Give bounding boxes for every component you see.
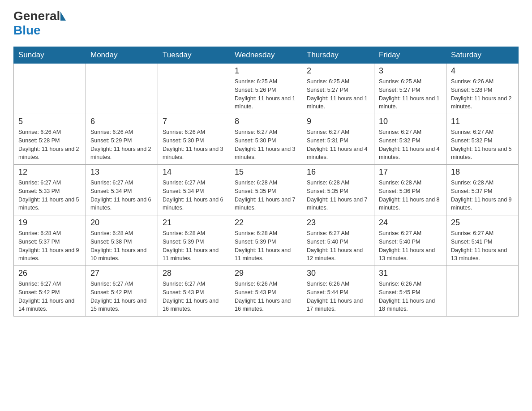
day-number: 14 <box>163 167 225 177</box>
day-info: Sunrise: 6:28 AM Sunset: 5:37 PM Dayligh… <box>451 179 514 212</box>
day-number: 11 <box>451 117 514 126</box>
calendar-cell: 20Sunrise: 6:28 AM Sunset: 5:38 PM Dayli… <box>86 215 158 266</box>
day-number: 22 <box>235 218 297 227</box>
weekday-header-thursday: Thursday <box>302 47 374 64</box>
calendar-table: SundayMondayTuesdayWednesdayThursdayFrid… <box>13 47 519 317</box>
logo-general: General <box>13 9 60 23</box>
calendar-cell: 23Sunrise: 6:27 AM Sunset: 5:40 PM Dayli… <box>302 215 374 266</box>
day-info: Sunrise: 6:25 AM Sunset: 5:26 PM Dayligh… <box>235 77 297 111</box>
calendar-cell: 16Sunrise: 6:28 AM Sunset: 5:35 PM Dayli… <box>302 165 374 215</box>
day-number: 12 <box>18 167 81 177</box>
weekday-header-tuesday: Tuesday <box>158 47 230 64</box>
day-number: 6 <box>90 117 153 126</box>
day-info: Sunrise: 6:27 AM Sunset: 5:34 PM Dayligh… <box>163 179 225 212</box>
calendar-cell: 11Sunrise: 6:27 AM Sunset: 5:32 PM Dayli… <box>446 114 519 165</box>
day-number: 30 <box>307 269 369 278</box>
calendar-cell: 29Sunrise: 6:26 AM Sunset: 5:43 PM Dayli… <box>230 266 302 317</box>
page-header: General Blue <box>13 9 519 38</box>
day-number: 3 <box>379 66 442 76</box>
calendar-cell: 1Sunrise: 6:25 AM Sunset: 5:26 PM Daylig… <box>230 64 302 114</box>
day-info: Sunrise: 6:27 AM Sunset: 5:40 PM Dayligh… <box>307 229 369 263</box>
day-info: Sunrise: 6:26 AM Sunset: 5:43 PM Dayligh… <box>235 280 297 313</box>
day-info: Sunrise: 6:27 AM Sunset: 5:40 PM Dayligh… <box>379 229 442 263</box>
calendar-week-row: 1Sunrise: 6:25 AM Sunset: 5:26 PM Daylig… <box>14 64 519 114</box>
day-number: 15 <box>235 167 297 177</box>
weekday-header-friday: Friday <box>374 47 446 64</box>
calendar-cell: 30Sunrise: 6:26 AM Sunset: 5:44 PM Dayli… <box>302 266 374 317</box>
calendar-cell <box>158 64 230 114</box>
calendar-cell: 8Sunrise: 6:27 AM Sunset: 5:30 PM Daylig… <box>230 114 302 165</box>
day-number: 23 <box>307 218 369 227</box>
day-info: Sunrise: 6:27 AM Sunset: 5:32 PM Dayligh… <box>379 128 442 162</box>
weekday-header-wednesday: Wednesday <box>230 47 302 64</box>
day-number: 7 <box>163 117 225 126</box>
day-number: 21 <box>163 218 225 227</box>
day-number: 20 <box>90 218 153 227</box>
calendar-cell: 24Sunrise: 6:27 AM Sunset: 5:40 PM Dayli… <box>374 215 446 266</box>
day-info: Sunrise: 6:27 AM Sunset: 5:42 PM Dayligh… <box>90 280 153 313</box>
day-number: 2 <box>307 66 369 76</box>
day-number: 31 <box>379 269 442 278</box>
calendar-cell <box>14 64 86 114</box>
calendar-cell: 9Sunrise: 6:27 AM Sunset: 5:31 PM Daylig… <box>302 114 374 165</box>
calendar-cell: 10Sunrise: 6:27 AM Sunset: 5:32 PM Dayli… <box>374 114 446 165</box>
day-info: Sunrise: 6:26 AM Sunset: 5:28 PM Dayligh… <box>451 77 514 111</box>
day-number: 17 <box>379 167 442 177</box>
day-number: 13 <box>90 167 153 177</box>
day-info: Sunrise: 6:25 AM Sunset: 5:27 PM Dayligh… <box>379 77 442 111</box>
calendar-cell: 18Sunrise: 6:28 AM Sunset: 5:37 PM Dayli… <box>446 165 519 215</box>
day-info: Sunrise: 6:28 AM Sunset: 5:37 PM Dayligh… <box>18 229 81 263</box>
day-info: Sunrise: 6:27 AM Sunset: 5:30 PM Dayligh… <box>235 128 297 162</box>
day-info: Sunrise: 6:28 AM Sunset: 5:35 PM Dayligh… <box>307 179 369 212</box>
calendar-cell: 6Sunrise: 6:26 AM Sunset: 5:29 PM Daylig… <box>86 114 158 165</box>
day-number: 8 <box>235 117 297 126</box>
logo-blue: Blue <box>13 23 41 37</box>
day-info: Sunrise: 6:27 AM Sunset: 5:31 PM Dayligh… <box>307 128 369 162</box>
logo-triangle-icon <box>60 12 66 21</box>
calendar-cell: 2Sunrise: 6:25 AM Sunset: 5:27 PM Daylig… <box>302 64 374 114</box>
day-info: Sunrise: 6:28 AM Sunset: 5:35 PM Dayligh… <box>235 179 297 212</box>
day-number: 10 <box>379 117 442 126</box>
day-number: 4 <box>451 66 514 76</box>
day-number: 1 <box>235 66 297 76</box>
calendar-cell: 26Sunrise: 6:27 AM Sunset: 5:42 PM Dayli… <box>14 266 86 317</box>
calendar-cell: 4Sunrise: 6:26 AM Sunset: 5:28 PM Daylig… <box>446 64 519 114</box>
day-info: Sunrise: 6:27 AM Sunset: 5:33 PM Dayligh… <box>18 179 81 212</box>
calendar-week-row: 12Sunrise: 6:27 AM Sunset: 5:33 PM Dayli… <box>14 165 519 215</box>
calendar-week-row: 19Sunrise: 6:28 AM Sunset: 5:37 PM Dayli… <box>14 215 519 266</box>
day-number: 25 <box>451 218 514 227</box>
calendar-week-row: 26Sunrise: 6:27 AM Sunset: 5:42 PM Dayli… <box>14 266 519 317</box>
logo: General Blue <box>13 9 66 38</box>
calendar-cell: 22Sunrise: 6:28 AM Sunset: 5:39 PM Dayli… <box>230 215 302 266</box>
day-number: 26 <box>18 269 81 278</box>
calendar-cell: 3Sunrise: 6:25 AM Sunset: 5:27 PM Daylig… <box>374 64 446 114</box>
day-info: Sunrise: 6:27 AM Sunset: 5:43 PM Dayligh… <box>163 280 225 313</box>
day-info: Sunrise: 6:28 AM Sunset: 5:39 PM Dayligh… <box>163 229 225 263</box>
calendar-cell: 27Sunrise: 6:27 AM Sunset: 5:42 PM Dayli… <box>86 266 158 317</box>
day-info: Sunrise: 6:25 AM Sunset: 5:27 PM Dayligh… <box>307 77 369 111</box>
calendar-cell: 14Sunrise: 6:27 AM Sunset: 5:34 PM Dayli… <box>158 165 230 215</box>
calendar-cell: 17Sunrise: 6:28 AM Sunset: 5:36 PM Dayli… <box>374 165 446 215</box>
weekday-header-row: SundayMondayTuesdayWednesdayThursdayFrid… <box>14 47 519 64</box>
day-info: Sunrise: 6:27 AM Sunset: 5:34 PM Dayligh… <box>90 179 153 212</box>
calendar-cell: 5Sunrise: 6:26 AM Sunset: 5:28 PM Daylig… <box>14 114 86 165</box>
day-number: 29 <box>235 269 297 278</box>
day-info: Sunrise: 6:28 AM Sunset: 5:38 PM Dayligh… <box>90 229 153 263</box>
day-number: 27 <box>90 269 153 278</box>
day-info: Sunrise: 6:26 AM Sunset: 5:44 PM Dayligh… <box>307 280 369 313</box>
calendar-cell <box>86 64 158 114</box>
day-info: Sunrise: 6:28 AM Sunset: 5:36 PM Dayligh… <box>379 179 442 212</box>
calendar-week-row: 5Sunrise: 6:26 AM Sunset: 5:28 PM Daylig… <box>14 114 519 165</box>
calendar-cell: 19Sunrise: 6:28 AM Sunset: 5:37 PM Dayli… <box>14 215 86 266</box>
day-number: 19 <box>18 218 81 227</box>
calendar-cell: 21Sunrise: 6:28 AM Sunset: 5:39 PM Dayli… <box>158 215 230 266</box>
weekday-header-sunday: Sunday <box>14 47 86 64</box>
calendar-cell: 12Sunrise: 6:27 AM Sunset: 5:33 PM Dayli… <box>14 165 86 215</box>
day-number: 16 <box>307 167 369 177</box>
day-number: 24 <box>379 218 442 227</box>
calendar-cell: 25Sunrise: 6:27 AM Sunset: 5:41 PM Dayli… <box>446 215 519 266</box>
weekday-header-monday: Monday <box>86 47 158 64</box>
day-number: 28 <box>163 269 225 278</box>
day-info: Sunrise: 6:27 AM Sunset: 5:42 PM Dayligh… <box>18 280 81 313</box>
day-number: 18 <box>451 167 514 177</box>
